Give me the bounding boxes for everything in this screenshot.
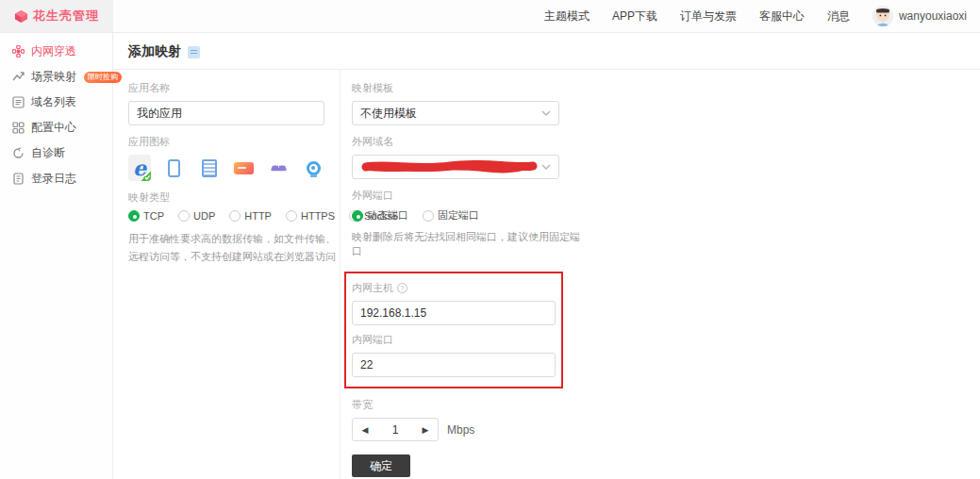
- radio-dot: [178, 210, 190, 222]
- bandwidth-row: ◀ 1 ▶ Mbps: [352, 418, 586, 441]
- menu-messages[interactable]: 消息: [827, 8, 850, 25]
- switch-icon[interactable]: [267, 155, 290, 181]
- menu-app-download[interactable]: APP下载: [612, 8, 657, 25]
- lan-port-label: 内网端口: [352, 333, 556, 347]
- radio-dot: [352, 210, 363, 222]
- selected-check-icon: [141, 171, 151, 181]
- sidebar-item-login-log[interactable]: 登录日志: [0, 166, 112, 191]
- avatar: [872, 6, 893, 26]
- menu-orders-invoices[interactable]: 订单与发票: [680, 8, 737, 25]
- domain-list-icon: [12, 96, 25, 108]
- tunnel-icon: [12, 45, 25, 58]
- sidebar-item-self-diagnosis[interactable]: 自诊断: [0, 140, 112, 166]
- user-account[interactable]: wanyouxiaoxi: [872, 6, 967, 26]
- sidebar-item-label: 登录日志: [31, 171, 76, 187]
- stepper-increase-icon[interactable]: ▶: [413, 425, 438, 435]
- config-center-icon: [12, 122, 25, 134]
- stepper-decrease-icon[interactable]: ◀: [353, 425, 377, 435]
- page-title: 添加映射: [128, 43, 181, 60]
- form-right-column: 映射模板 不使用模板 外网域名 外网: [341, 70, 586, 479]
- bandwidth-stepper: ◀ 1 ▶: [352, 418, 439, 441]
- radio-udp[interactable]: UDP: [178, 210, 215, 222]
- app-icon-picker: e: [128, 155, 324, 181]
- sidebar-item-label: 自诊断: [31, 145, 65, 161]
- radio-dot: [128, 210, 140, 222]
- username: wanyouxiaoxi: [899, 9, 967, 23]
- login-log-icon: [12, 173, 25, 185]
- form-left-column: 应用名称 应用图标 e 映射类型: [113, 70, 341, 479]
- app-icon-label: 应用图标: [128, 135, 324, 149]
- scene-mapping-icon: [12, 71, 25, 83]
- sidebar-item-label: 配置中心: [31, 120, 76, 136]
- chevron-down-icon: [541, 110, 551, 116]
- radio-fixed-port[interactable]: 固定端口: [423, 208, 479, 223]
- confirm-button[interactable]: 确定: [352, 454, 410, 477]
- self-diagnosis-icon: [12, 147, 25, 159]
- wan-port-note: 映射删除后将无法找回相同端口，建议使用固定端口: [352, 230, 586, 258]
- radio-dot: [423, 210, 434, 222]
- domain-label: 外网域名: [352, 135, 586, 149]
- chevron-down-icon: [541, 164, 551, 170]
- peanut-shell-logo-icon: [14, 9, 28, 24]
- server-icon[interactable]: [198, 155, 221, 181]
- template-select[interactable]: 不使用模板: [352, 101, 559, 125]
- page-title-row: 添加映射: [113, 33, 980, 70]
- menu-support-center[interactable]: 客服中心: [759, 8, 805, 25]
- wan-port-label: 外网端口: [352, 189, 586, 203]
- lan-port-input[interactable]: [352, 353, 556, 377]
- template-value: 不使用模板: [360, 106, 417, 122]
- menu-theme-mode[interactable]: 主题模式: [544, 8, 590, 25]
- mapping-type-label: 映射类型: [128, 190, 324, 205]
- phone-icon[interactable]: [163, 155, 186, 181]
- top-menu: 主题模式 APP下载 订单与发票 客服中心 消息 wanyouxiaoxi: [544, 0, 980, 32]
- app-name-input[interactable]: [128, 101, 324, 125]
- bandwidth-value: 1: [377, 423, 413, 437]
- nas-icon[interactable]: [232, 155, 255, 181]
- mapping-type-radios: TCP UDP HTTP HTTPS: [128, 210, 324, 222]
- mapping-doc-icon[interactable]: [188, 46, 200, 58]
- bandwidth-label: 带宽: [352, 398, 586, 412]
- ie-browser-icon[interactable]: e: [128, 155, 151, 181]
- sidebar-item-label: 内网穿透: [31, 43, 76, 59]
- bandwidth-unit: Mbps: [447, 423, 474, 437]
- template-label: 映射模板: [352, 81, 586, 95]
- sidebar-item-config-center[interactable]: 配置中心: [0, 115, 112, 140]
- help-question-icon[interactable]: ?: [397, 283, 407, 293]
- sidebar-nav: 内网穿透 场景映射 限时抢购 域名列表 配置中心: [0, 33, 113, 479]
- top-header: 花生壳管理 主题模式 APP下载 订单与发票 客服中心 消息 wanyouxia…: [0, 0, 980, 33]
- app-name-label: 应用名称: [128, 81, 324, 95]
- wan-port-radios: 动态端口 固定端口: [352, 208, 586, 223]
- sidebar-item-domain-list[interactable]: 域名列表: [0, 90, 112, 115]
- radio-dot: [229, 210, 241, 222]
- radio-dot: [286, 210, 297, 222]
- camera-icon[interactable]: [302, 155, 324, 181]
- radio-https[interactable]: HTTPS: [286, 210, 335, 222]
- main-content: 添加映射 应用名称 应用图标 e: [113, 33, 980, 479]
- sidebar-item-label: 场景映射: [31, 69, 76, 85]
- radio-tcp[interactable]: TCP: [128, 210, 164, 222]
- redacted-domain-scribble: [360, 160, 540, 173]
- radio-http[interactable]: HTTP: [229, 210, 272, 222]
- lan-host-input[interactable]: [352, 301, 556, 325]
- lan-host-label: 内网主机: [352, 281, 393, 295]
- radio-dynamic-port[interactable]: 动态端口: [352, 208, 408, 223]
- sidebar-item-intranet-tunnel[interactable]: 内网穿透: [0, 39, 112, 64]
- sidebar-item-scene-mapping[interactable]: 场景映射 限时抢购: [0, 64, 112, 90]
- sidebar-item-label: 域名列表: [31, 94, 76, 110]
- domain-select[interactable]: [352, 155, 559, 179]
- logo-text: 花生壳管理: [33, 8, 99, 25]
- mapping-type-help: 用于准确性要求高的数据传输，如文件传输、远程访问等，不支持创建网站或在浏览器访问: [128, 230, 341, 265]
- app-logo: 花生壳管理: [0, 0, 113, 32]
- highlight-box: 内网主机 ? 内网端口: [344, 272, 563, 388]
